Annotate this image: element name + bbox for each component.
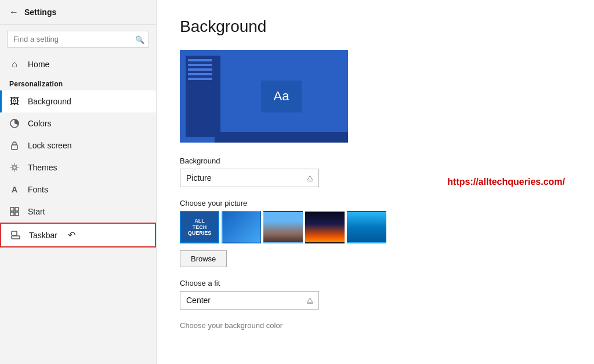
sidebar-title: Settings — [24, 8, 56, 17]
themes-icon — [9, 162, 20, 173]
browse-button[interactable]: Browse — [180, 250, 227, 267]
taskbar-icon — [10, 230, 21, 241]
search-input[interactable] — [7, 31, 149, 48]
thumb-ocean[interactable] — [347, 211, 386, 243]
sidebar-item-taskbar-label: Taskbar — [29, 231, 57, 240]
preview-taskbar-bar — [215, 132, 348, 143]
sidebar-item-lock-screen-label: Lock screen — [28, 141, 71, 150]
start-icon — [9, 206, 20, 217]
thumb-blue[interactable] — [222, 211, 261, 243]
thumb-atq-line2: TECH — [193, 224, 207, 231]
picture-grid: ALL TECH QUERIES — [180, 211, 571, 243]
search-box-wrapper: 🔍 — [7, 31, 149, 48]
search-icon: 🔍 — [135, 35, 144, 43]
sidebar-item-start-label: Start — [28, 207, 45, 216]
sidebar-item-themes[interactable]: Themes — [0, 156, 156, 179]
personalization-section-label: Personalization — [0, 75, 156, 90]
sidebar-item-colors[interactable]: Colors — [0, 112, 156, 134]
preview-aa-box: Aa — [261, 81, 302, 112]
page-title: Background — [180, 17, 571, 36]
sidebar-item-taskbar[interactable]: Taskbar ↶ — [0, 223, 156, 247]
preview-main: Aa — [220, 56, 342, 137]
fit-dropdown-wrapper: Center Fill Fit Stretch Tile Span ⧋ — [180, 291, 319, 310]
sidebar-item-colors-label: Colors — [28, 119, 51, 128]
sidebar: ← Settings 🔍 ⌂ Home Personalization 🖼 Ba… — [0, 0, 157, 364]
preview-sidebar — [186, 56, 220, 137]
thumb-night[interactable] — [305, 211, 345, 243]
sidebar-header: ← Settings — [0, 0, 156, 25]
sidebar-item-lock-screen[interactable]: Lock screen — [0, 134, 156, 156]
sidebar-item-themes-label: Themes — [28, 163, 57, 172]
svg-rect-4 — [15, 208, 19, 211]
background-dropdown[interactable]: Picture Solid color Slideshow — [180, 169, 319, 187]
svg-point-2 — [13, 166, 16, 169]
background-dropdown-wrapper: Picture Solid color Slideshow ⧋ — [180, 169, 319, 187]
preview-aa-text: Aa — [274, 89, 289, 104]
thumb-alltech[interactable]: ALL TECH QUERIES — [180, 211, 219, 243]
svg-rect-5 — [10, 212, 14, 216]
thumb-atq-line3: QUERIES — [188, 230, 212, 236]
background-control-label: Background — [180, 156, 571, 165]
bg-color-label: Choose your background color — [180, 321, 571, 330]
thumb-atq-line1: ALL — [194, 218, 205, 224]
background-icon: 🖼 — [9, 96, 20, 107]
mock-line-2 — [188, 64, 212, 66]
svg-rect-8 — [12, 231, 17, 235]
sidebar-item-home[interactable]: ⌂ Home — [0, 53, 156, 75]
svg-rect-7 — [12, 236, 20, 239]
sidebar-item-background[interactable]: 🖼 Background — [0, 90, 156, 112]
home-icon: ⌂ — [9, 59, 20, 70]
sidebar-item-fonts-label: Fonts — [28, 185, 48, 194]
mock-line-4 — [188, 73, 212, 75]
mock-line-3 — [188, 68, 212, 71]
svg-rect-3 — [10, 208, 14, 211]
fonts-icon: A — [9, 184, 20, 195]
sidebar-item-start[interactable]: Start — [0, 201, 156, 223]
cursor-icon: ↶ — [68, 230, 75, 241]
sidebar-item-home-label: Home — [28, 60, 49, 69]
mock-line-1 — [188, 59, 212, 61]
fit-control-label: Choose a fit — [180, 279, 571, 287]
sidebar-item-fonts[interactable]: A Fonts — [0, 179, 156, 201]
svg-rect-6 — [15, 212, 19, 216]
colors-icon — [9, 118, 20, 129]
main-wrapper: Background Aa Background Picture Solid — [157, 0, 594, 364]
background-preview: Aa — [180, 50, 348, 143]
main-content: Background Aa Background Picture Solid — [157, 0, 594, 364]
back-icon[interactable]: ← — [9, 7, 19, 17]
sidebar-item-background-label: Background — [28, 97, 71, 106]
thumb-beach[interactable] — [263, 211, 303, 243]
svg-rect-1 — [12, 145, 17, 150]
choose-picture-label: Choose your picture — [180, 199, 571, 208]
mock-line-5 — [188, 78, 212, 80]
fit-dropdown[interactable]: Center Fill Fit Stretch Tile Span — [180, 291, 319, 310]
lock-icon — [9, 140, 20, 151]
